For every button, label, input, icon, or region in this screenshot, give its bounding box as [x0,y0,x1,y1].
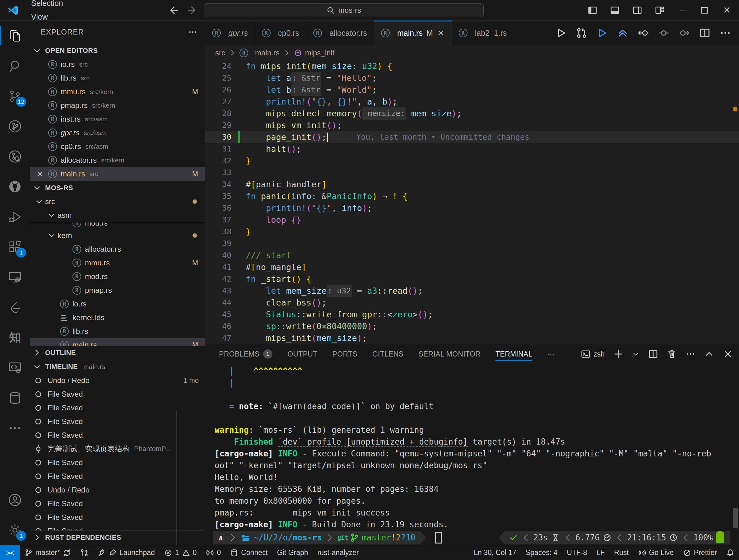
timeline-item[interactable]: File Saved [30,456,205,469]
panel-more-icon[interactable] [686,349,696,359]
account-icon[interactable] [0,485,30,515]
github-icon[interactable] [0,171,30,201]
gitlens-graph-icon[interactable] [0,141,30,171]
timeline-header[interactable]: TIMELINE main.rs [30,360,205,374]
gitlens-icon[interactable] [0,111,30,141]
panel-tab-output[interactable]: OUTPUT [287,344,317,364]
terminal-shell-tab[interactable]: zsh [581,349,605,359]
panel-tab-ports[interactable]: PORTS [332,344,357,364]
timeline-item[interactable]: File Saved [30,524,205,531]
timeline-item[interactable]: File Saved [30,415,205,428]
explorer-icon[interactable] [0,20,30,51]
run-button[interactable] [556,27,567,38]
tree-file-main.rs[interactable]: Rmain.rsM [30,338,205,345]
tab-main.rs[interactable]: Rmain.rsM [374,20,452,45]
timeline-item[interactable]: Undo / Redo [30,483,205,497]
timeline-item[interactable]: 完善测试、实现页表结构PhantomP... [30,442,205,456]
tree-folder-kern[interactable]: kern [30,229,205,242]
maximize-icon[interactable] [696,2,714,18]
terminal-output[interactable]: | ^^^^^^^^^^ | = note: `#[warn(dead_code… [205,364,739,530]
tree-file-pmap.rs[interactable]: Rpmap.rs [30,283,205,297]
git-graph[interactable]: Git Graph [273,545,313,560]
tree-file-io.rs[interactable]: Rio.rs [30,297,205,311]
more-views-icon[interactable] [0,413,30,443]
toggle-sidebar-icon[interactable] [584,2,602,18]
open-editor-item[interactable]: Rmmu.rssrc/kernM [30,85,205,99]
kill-terminal-icon[interactable] [667,349,677,359]
run-debug-icon[interactable] [0,201,30,232]
terminal-dropdown-icon[interactable] [632,349,639,359]
sidebar-scrollbar[interactable] [176,411,177,545]
tree-file-kernel.lds[interactable]: kernel.lds [30,311,205,324]
explorer-more-actions-icon[interactable] [188,27,197,37]
open-editor-item[interactable]: Rallocator.rssrc/kern [30,153,205,167]
open-editors-header[interactable]: OPEN EDITORS [30,43,205,57]
indentation[interactable]: Spaces: 4 [521,545,562,560]
previous-change-icon[interactable] [658,27,669,38]
run-code-button[interactable] [597,27,608,38]
tree-file-mod.rs[interactable]: Rmod.rs [30,270,205,283]
go-live[interactable]: Go Live [633,545,678,560]
next-change-icon[interactable] [679,27,690,38]
panel-tab-serialmonitor[interactable]: SERIAL MONITOR [418,344,480,364]
breadcrumb[interactable]: srcRmain.rsmips_init [205,45,739,60]
open-editor-item[interactable]: Rcp0.rssrc/asm [30,140,205,153]
encoding[interactable]: UTF-8 [562,545,592,560]
split-editor-icon[interactable] [699,27,710,38]
tree-file-allocator.rs[interactable]: Rallocator.rs [30,242,205,256]
toggle-secondary-sidebar-icon[interactable] [628,2,646,18]
timeline-item[interactable]: File Saved [30,428,205,442]
open-editor-item[interactable]: Rlib.rssrc [30,71,205,85]
close-panel-icon[interactable] [723,349,733,359]
timeline-item[interactable]: File Saved [30,511,205,524]
cursor-position[interactable]: Ln 30, Col 17 [469,545,521,560]
timeline-item[interactable]: File Saved [30,469,205,483]
terminal-prompt[interactable]: ∧ ~/U/2/o/mos-rs git master !2 ?10 23s6.… [205,530,739,545]
zhihu-icon[interactable]: 知 [0,322,30,353]
launchpad[interactable]: Launchpad [93,545,160,560]
close-window-icon[interactable]: ✕ [718,2,736,18]
panel-tab-terminal[interactable]: TERMINAL [495,344,533,364]
new-terminal-icon[interactable] [613,349,623,359]
tree-folder-src[interactable]: src [30,195,205,208]
tree-file-mmu.rs[interactable]: Rmmu.rsM [30,256,205,270]
search-view-icon[interactable] [0,51,30,81]
open-editor-item[interactable]: Rgpr.rssrc/asm [30,126,205,140]
panel-tab-gitlens[interactable]: GITLENS [372,344,404,364]
tab-lab2_1.rs[interactable]: Rlab2_1.rs [452,20,514,45]
outline-header[interactable]: OUTLINE [30,345,205,360]
leetcode-icon[interactable] [0,292,30,322]
open-changes-icon[interactable] [576,27,587,38]
command-center-search[interactable]: mos-rs [204,3,484,17]
branch-status[interactable]: master* [20,545,76,560]
terminal-scrollbar[interactable] [733,508,738,528]
timeline-item[interactable]: File Saved [30,497,205,511]
nav-forward-icon[interactable] [186,5,197,16]
timeline-item[interactable]: Undo / Redo1 mo [30,374,205,387]
notifications[interactable] [722,545,739,560]
remote-explorer-icon[interactable] [0,262,30,292]
close-editor-icon[interactable] [36,170,44,178]
open-editor-item[interactable]: Rio.rssrc [30,57,205,71]
timeline-item[interactable]: File Saved [30,401,205,415]
timeline-item[interactable]: File Saved [30,387,205,401]
back-reference-icon[interactable] [638,27,649,38]
close-tab-icon[interactable] [437,29,445,37]
dev-tools-icon[interactable] [0,353,30,383]
tab-gpr.rs[interactable]: Rgpr.rs [205,20,255,45]
menu-selection[interactable]: Selection [25,0,69,10]
eol[interactable]: LF [592,545,609,560]
tab-allocator.rs[interactable]: Rallocator.rs [306,20,374,45]
broadcast-count[interactable]: 0 [201,545,226,560]
tab-cp0.rs[interactable]: Rcp0.rs [255,20,306,45]
db-connect[interactable]: Connect [226,545,273,560]
compare-status[interactable] [76,545,93,560]
panel-tab-problems[interactable]: PROBLEMS1 [219,344,273,364]
source-control-icon[interactable]: 12 [0,81,30,111]
code-editor[interactable]: 24fn mips_init(mem_size: u32) {25 let a:… [205,60,739,344]
breadcrumb-item[interactable]: mips_init [305,48,335,57]
tree-file-lib.rs[interactable]: Rlib.rs [30,324,205,338]
nav-back-icon[interactable] [169,5,179,16]
problems-status[interactable]: 10 [160,545,201,560]
rust-dependencies-header[interactable]: RUST DEPENDENCIES [30,531,205,544]
